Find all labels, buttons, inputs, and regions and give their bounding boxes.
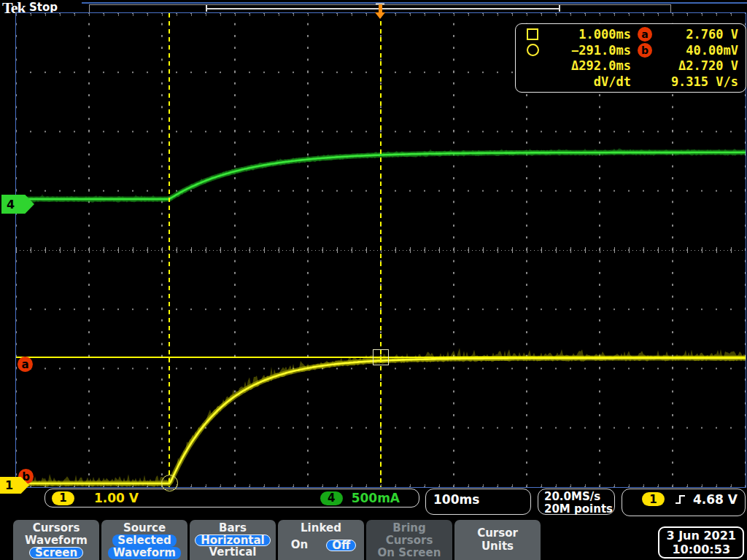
trigger-info-box[interactable]: 1 4.68 V [622,489,746,516]
menu-bars-button[interactable]: Bars Horizontal Vertical [190,520,276,560]
bring-line1: Bring [392,522,425,534]
trigger-source-badge: 1 [642,492,665,506]
menu-linked-button[interactable]: Linked On Off [278,520,364,560]
timebase-value: 100ms [433,492,479,507]
units-line1: Cursor [477,527,518,540]
cursor-b-time: −291.0ms [545,43,631,58]
readout-row-b: −291.0ms b 40.00mV [520,43,741,58]
cursor-a-square-marker[interactable] [373,349,389,365]
record-view-right-bracket [559,5,560,12]
horizontal-scale-box[interactable]: 100ms [425,489,531,515]
channel-4-scale: 500mA [352,491,400,505]
channel-scales-box[interactable]: 1 1.00 V 4 500mA [44,489,419,508]
acquisition-info-box[interactable]: 20.0MS/s 20M points [538,489,615,515]
readout-row-a: 1.000ms a 2.760 V [520,27,741,42]
menu-bars-title: Bars [219,522,247,534]
channel-4-badge[interactable]: 4 [320,491,343,505]
bring-line2: Cursors [386,534,433,547]
option-selected-waveform[interactable]: Waveform [108,547,181,559]
dvdt-label: dV/dt [545,74,631,89]
cursor-a-value: 2.760 V [659,27,741,42]
menu-source-button[interactable]: Source Selected Waveform [101,520,187,560]
date-time-display: 3 Jun 2021 10:00:53 [658,526,744,559]
oscilloscope-screen: Tek Stop a b 4 1 1.000ms a 2.760 V [0,0,747,560]
circle-cursor-icon [520,44,545,56]
trigger-arrow-icon[interactable] [375,12,385,19]
readout-b-badge: b [638,43,652,58]
channel-1-scale: 1.00 V [94,491,139,505]
sample-rate: 20.0MS/s [544,491,614,503]
option-waveform[interactable]: Waveform [20,534,93,547]
cursor-a-line[interactable] [380,13,382,487]
option-horizontal[interactable]: Horizontal [195,534,271,546]
option-linked-off[interactable]: Off [326,540,356,551]
square-cursor-icon [520,28,545,40]
cursor-b-line[interactable] [169,13,170,487]
settings-strip: 1 1.00 V 4 500mA 100ms 20.0MS/s 20M poin… [0,487,747,518]
cursor-readout-box: 1.000ms a 2.760 V −291.0ms b 40.00mV Δ29… [515,23,746,93]
delta-value: Δ2.720 V [659,58,741,73]
rising-edge-icon [675,494,686,505]
menu-source-title: Source [123,522,166,534]
cursor-b-circle-marker[interactable] [161,475,178,491]
cursor-a-badge[interactable]: a [18,357,33,372]
cursor-b-value: 40.00mV [659,43,741,58]
delta-time: Δ292.0ms [545,58,631,73]
cursor-menu-row: Cursors Waveform Screen Source Selected … [13,520,541,560]
option-vertical[interactable]: Vertical [204,546,262,559]
menu-cursors-title: Cursors [33,522,80,534]
bring-line3: On Screen [378,547,441,559]
dvdt-value: 9.315 V/s [659,74,741,89]
units-line2: Units [481,540,514,553]
trigger-level-value: 4.68 V [693,492,738,507]
readout-a-badge: a [638,27,652,42]
menu-linked-title: Linked [301,522,341,534]
option-screen[interactable]: Screen [29,547,83,559]
cursor-a-time: 1.000ms [545,27,631,42]
menu-bring-cursors-button: Bring Cursors On Screen [366,520,452,560]
record-length: 20M points [544,503,614,516]
readout-row-delta: Δ292.0ms Δ2.720 V [520,58,741,73]
channel-1-badge[interactable]: 1 [52,491,74,505]
option-linked-on[interactable]: On [286,539,313,551]
date-value: 3 Jun 2021 [666,529,736,542]
record-view-window-line[interactable] [206,8,560,9]
menu-cursors-mode-button[interactable]: Cursors Waveform Screen [13,520,99,560]
menu-cursor-units-button[interactable]: Cursor Units [454,520,541,560]
option-selected[interactable]: Selected [112,534,176,547]
readout-row-dvdt: dV/dt 9.315 V/s [520,74,741,89]
time-value: 10:00:53 [666,542,736,556]
